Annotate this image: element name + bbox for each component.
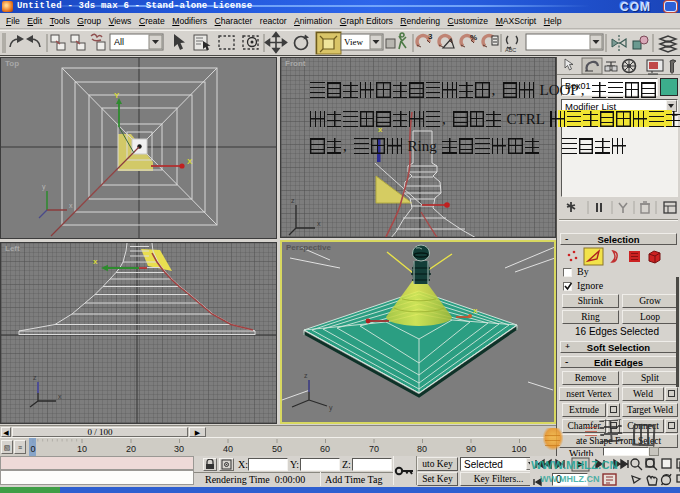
svg-text:z: z [304, 372, 308, 379]
svg-text:x: x [93, 257, 98, 266]
svg-text:z: z [33, 374, 37, 381]
svg-text:x: x [58, 393, 62, 400]
svg-text:100: 100 [511, 444, 526, 454]
svg-text:y: y [42, 183, 46, 191]
svg-text:z: z [291, 197, 295, 204]
svg-text:20: 20 [126, 444, 136, 454]
svg-text:60: 60 [320, 444, 330, 454]
svg-text:y: y [329, 404, 333, 412]
svg-text:90: 90 [466, 444, 476, 454]
svg-text:40: 40 [223, 444, 233, 454]
svg-text:70: 70 [369, 444, 379, 454]
svg-text:View: View [344, 37, 363, 47]
svg-text:ABC: ABC [505, 47, 516, 53]
svg-text:0: 0 [30, 444, 35, 454]
svg-text:X: X [187, 157, 193, 166]
svg-text:3: 3 [428, 32, 433, 41]
svg-text:10: 10 [77, 444, 87, 454]
svg-text:50: 50 [272, 444, 282, 454]
svg-text:All: All [114, 37, 124, 47]
svg-text:Y: Y [114, 91, 120, 100]
svg-text:x: x [473, 306, 478, 315]
svg-text:x: x [317, 220, 321, 227]
svg-text:%: % [470, 33, 477, 42]
svg-text:x: x [69, 202, 73, 209]
svg-text:30: 30 [174, 444, 184, 454]
svg-text:80: 80 [417, 444, 427, 454]
